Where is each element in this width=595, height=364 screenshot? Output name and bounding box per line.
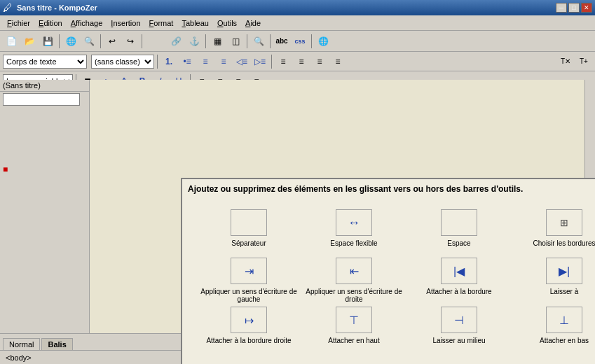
attach-bottom-arrow: ⊥ bbox=[559, 314, 569, 327]
panel-search[interactable] bbox=[3, 93, 80, 106]
menu-insertion[interactable]: Insertion bbox=[107, 18, 144, 29]
attach-bottom-item[interactable]: ⊥ Attacher en bas bbox=[512, 307, 595, 344]
list4-button[interactable]: ≡ bbox=[215, 53, 232, 70]
leave-right-item[interactable]: ▶| Laisser à bbox=[512, 258, 595, 295]
attach-left-label: Attacher à la bordure bbox=[426, 288, 491, 295]
ltr-label: Appliquer un sens d'écriture de gauche bbox=[200, 288, 298, 303]
undo-button[interactable]: ↩ bbox=[104, 33, 121, 50]
toolbar-separator-9 bbox=[271, 55, 272, 69]
table-button[interactable]: ▦ bbox=[209, 33, 226, 50]
window-title: Sans titre - KompoZer bbox=[17, 4, 97, 12]
toolbar-separator-3 bbox=[142, 34, 142, 48]
attach-left-icon: |◀ bbox=[441, 258, 477, 284]
ltr-item[interactable]: ⇥ Appliquer un sens d'écriture de gauche bbox=[196, 258, 301, 303]
new-button[interactable]: 📄 bbox=[3, 33, 20, 50]
class-select[interactable]: (sans classe) bbox=[91, 55, 154, 69]
css-button[interactable]: css bbox=[292, 33, 308, 50]
attach-top-label: Attacher en haut bbox=[328, 337, 379, 344]
leave-middle-label: Laisser au milieu bbox=[432, 337, 485, 344]
flexible-space-label: Espace flexible bbox=[330, 239, 377, 247]
borders-symbol: ⊞ bbox=[560, 217, 568, 228]
indent-left-button[interactable]: ◁≡ bbox=[233, 53, 250, 70]
menu-outils[interactable]: Outils bbox=[213, 18, 241, 29]
toolbar-separator-8 bbox=[157, 55, 158, 69]
attach-right-icon: ↦ bbox=[231, 307, 267, 333]
tab-normal[interactable]: Normal bbox=[3, 338, 40, 350]
maximize-button[interactable]: □ bbox=[568, 3, 580, 13]
borders-icon: ⊞ bbox=[546, 209, 582, 236]
leave-middle-arrow: ⊣ bbox=[454, 314, 464, 327]
dialog-header: Ajoutez ou supprimez des éléments en les… bbox=[182, 179, 595, 199]
ol-button[interactable]: 1. bbox=[160, 53, 177, 70]
content-area: (Sans titre) ■ Ajoutez ou supprimez des … bbox=[0, 80, 595, 333]
toolbar-items-row2: ⇥ Appliquer un sens d'écriture de gauche… bbox=[182, 258, 595, 307]
menu-fichier[interactable]: Fichier bbox=[3, 18, 34, 29]
toolbar-separator-5 bbox=[247, 34, 247, 48]
leave-right-label: Laisser à bbox=[550, 288, 579, 295]
ul-button[interactable]: •≡ bbox=[179, 53, 196, 70]
redo-button[interactable]: ↪ bbox=[122, 33, 139, 50]
attach-right-arrow: ↦ bbox=[245, 314, 254, 327]
space-label: Espace bbox=[447, 239, 470, 247]
link-button[interactable]: ⚓ bbox=[186, 33, 203, 50]
menu-affichage[interactable]: Affichage bbox=[67, 18, 107, 29]
left-panel: (Sans titre) ■ bbox=[0, 80, 90, 333]
tab-balise[interactable]: Balis bbox=[41, 338, 72, 350]
leave-right-arrow: ▶| bbox=[559, 265, 570, 278]
menu-aide[interactable]: Aide bbox=[241, 18, 265, 29]
separator-label: Séparateur bbox=[231, 239, 266, 247]
globe-button[interactable]: 🌐 bbox=[315, 33, 331, 50]
more-style-button[interactable]: T+ bbox=[575, 53, 592, 70]
remove-style-button[interactable]: T✕ bbox=[557, 53, 574, 70]
attach-right-label: Attacher à la bordure droite bbox=[206, 337, 291, 344]
attach-top-icon: ⊤ bbox=[336, 307, 372, 333]
rtl-label: Appliquer un sens d'écriture de droite bbox=[305, 288, 403, 303]
editor-canvas[interactable]: Ajoutez ou supprimez des éléments en les… bbox=[90, 80, 584, 333]
open-button[interactable]: 📂 bbox=[21, 33, 38, 50]
toolbar-separator-1 bbox=[59, 34, 60, 48]
align-right-button[interactable]: ≡ bbox=[311, 53, 328, 70]
toolbar-format: Corps de texte (sans classe) 1. •≡ ≡ ≡ ◁… bbox=[0, 52, 595, 71]
panel-title: (Sans titre) bbox=[0, 80, 89, 92]
find-button[interactable]: 🔍 bbox=[250, 33, 267, 50]
form-button[interactable]: ◫ bbox=[227, 33, 244, 50]
menu-edition[interactable]: Edition bbox=[34, 18, 67, 29]
attach-right-item[interactable]: ↦ Attacher à la bordure droite bbox=[196, 307, 301, 344]
ltr-icon: ⇥ bbox=[231, 258, 267, 284]
close-button[interactable]: ✕ bbox=[581, 3, 592, 13]
navigate-button[interactable]: 🌐 bbox=[62, 33, 79, 50]
align-left-button[interactable]: ≡ bbox=[275, 53, 292, 70]
list3-button[interactable]: ≡ bbox=[197, 53, 214, 70]
leave-middle-item[interactable]: ⊣ Laisser au milieu bbox=[406, 307, 512, 344]
indent-right-button[interactable]: ▷≡ bbox=[252, 53, 268, 70]
toolbar-separator-4 bbox=[205, 34, 206, 48]
borders-item[interactable]: ⊞ Choisir les bordures bbox=[512, 209, 595, 247]
leave-right-icon: ▶| bbox=[546, 258, 582, 284]
separator-item[interactable]: Séparateur bbox=[196, 209, 301, 247]
title-bar: 🖊 Sans titre - KompoZer ─ □ ✕ bbox=[0, 0, 595, 15]
attach-left-item[interactable]: |◀ Attacher à la bordure bbox=[406, 258, 512, 295]
save-button[interactable]: 💾 bbox=[39, 33, 56, 50]
image-button[interactable]: 🔗 bbox=[167, 33, 184, 50]
customize-dialog: Ajoutez ou supprimez des éléments en les… bbox=[181, 178, 595, 364]
align-center-button[interactable]: ≡ bbox=[293, 53, 310, 70]
attach-top-item[interactable]: ⊤ Attacher en haut bbox=[301, 307, 406, 344]
flexible-space-icon: ↔ bbox=[336, 209, 372, 236]
flexible-space-item[interactable]: ↔ Espace flexible bbox=[301, 209, 406, 247]
align-justify-button[interactable]: ≡ bbox=[329, 53, 346, 70]
toolbar-items-row1: Séparateur ↔ Espace flexible Espace bbox=[182, 199, 595, 258]
menu-format[interactable]: Format bbox=[145, 18, 178, 29]
separator-icon bbox=[231, 209, 267, 236]
rtl-item[interactable]: ⇤ Appliquer un sens d'écriture de droite bbox=[301, 258, 406, 303]
menu-bar: Fichier Edition Affichage Insertion Form… bbox=[0, 15, 595, 31]
spell-button[interactable]: abc bbox=[273, 33, 290, 50]
toolbar-items-row3: ↦ Attacher à la bordure droite ⊤ Attache… bbox=[182, 307, 595, 355]
space-item[interactable]: Espace bbox=[406, 209, 512, 247]
minimize-button[interactable]: ─ bbox=[556, 3, 567, 13]
style-select[interactable]: Corps de texte bbox=[3, 55, 87, 69]
window-controls: ─ □ ✕ bbox=[556, 3, 592, 13]
menu-tableau[interactable]: Tableau bbox=[177, 18, 213, 29]
rtl-icon: ⇤ bbox=[336, 258, 372, 284]
nav-forward-button[interactable]: 🔍 bbox=[81, 33, 97, 50]
attach-left-arrow: |◀ bbox=[453, 265, 465, 278]
